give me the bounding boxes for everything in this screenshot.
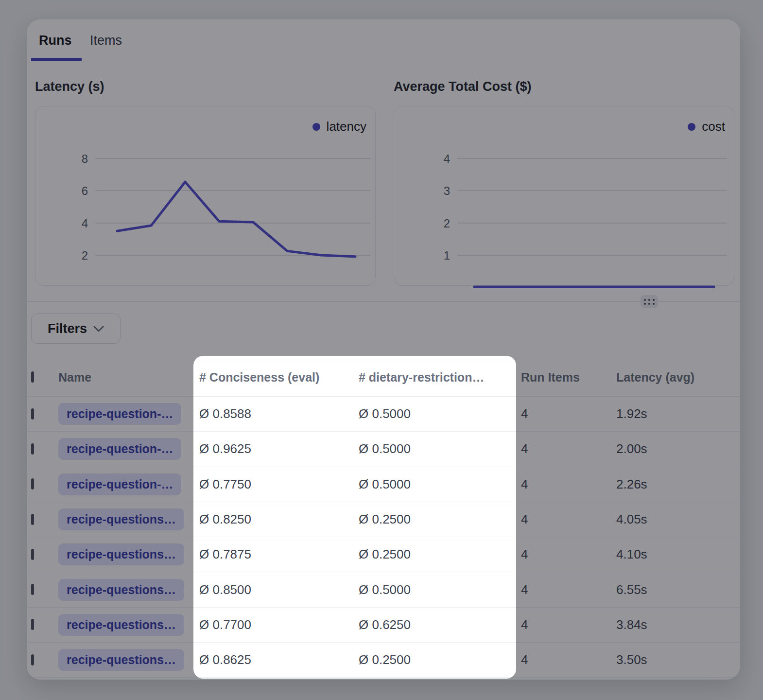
latency-legend-dot-icon bbox=[312, 123, 320, 131]
column-header-name: Name bbox=[58, 370, 199, 385]
cost-legend-label: cost bbox=[702, 119, 725, 134]
run-items-cell: 4 bbox=[521, 582, 616, 597]
row-checkbox[interactable] bbox=[31, 408, 34, 420]
row-checkbox[interactable] bbox=[31, 478, 34, 490]
run-name-badge[interactable]: recipe-questions… bbox=[58, 614, 184, 636]
y-tick-label: 4 bbox=[444, 152, 450, 165]
run-items-cell: 4 bbox=[521, 547, 616, 562]
latency-cell: 4.05s bbox=[616, 512, 740, 527]
y-tick-label: 2 bbox=[444, 217, 450, 230]
latency-chart-block: Latency (s) 2468 latency bbox=[35, 77, 377, 96]
dietary-cell: Ø 0.5000 bbox=[359, 406, 521, 421]
dietary-cell: Ø 0.2500 bbox=[359, 652, 521, 667]
dietary-cell: Ø 0.5000 bbox=[359, 582, 521, 597]
latency-legend-label: latency bbox=[327, 119, 366, 134]
y-tick-label: 8 bbox=[82, 152, 88, 165]
column-header-run-items: Run Items bbox=[521, 370, 616, 385]
dietary-cell: Ø 0.5000 bbox=[359, 441, 521, 456]
cost-chart-block: Average Total Cost ($) 1234 cost bbox=[394, 77, 735, 96]
cost-legend-dot-icon bbox=[688, 123, 695, 131]
table-row: recipe-question-… Ø 0.9625 Ø 0.5000 4 2.… bbox=[27, 432, 740, 467]
y-tick-label: 3 bbox=[444, 184, 450, 197]
latency-chart-card: 2468 latency bbox=[35, 106, 376, 286]
row-checkbox[interactable] bbox=[31, 654, 34, 665]
run-name-badge[interactable]: recipe-question-… bbox=[58, 473, 181, 495]
table-row: recipe-question-… Ø 0.8588 Ø 0.5000 4 1.… bbox=[27, 397, 740, 432]
table-row: recipe-questions… Ø 0.7875 Ø 0.2500 4 4.… bbox=[27, 537, 740, 572]
run-items-cell: 4 bbox=[521, 477, 616, 492]
row-checkbox[interactable] bbox=[31, 443, 34, 455]
conciseness-cell: Ø 0.8588 bbox=[199, 406, 359, 421]
cost-legend: cost bbox=[688, 119, 725, 134]
table-row: recipe-questions… Ø 0.8625 Ø 0.2500 4 3.… bbox=[27, 643, 740, 678]
latency-cell: 1.92s bbox=[616, 406, 740, 421]
y-tick-label: 6 bbox=[82, 184, 88, 197]
run-items-cell: 4 bbox=[521, 406, 616, 421]
latency-cell: 2.00s bbox=[616, 441, 740, 456]
row-checkbox[interactable] bbox=[31, 584, 34, 595]
cost-chart-card: 1234 cost bbox=[394, 106, 734, 286]
conciseness-cell: Ø 0.8500 bbox=[199, 582, 359, 597]
conciseness-cell: Ø 0.8625 bbox=[199, 652, 359, 667]
conciseness-cell: Ø 0.9625 bbox=[199, 441, 359, 456]
table-header-row: Name # Conciseness (eval) # dietary-rest… bbox=[27, 358, 740, 397]
run-name-badge[interactable]: recipe-questions… bbox=[58, 543, 184, 565]
conciseness-cell: Ø 0.7875 bbox=[199, 547, 359, 562]
latency-legend: latency bbox=[312, 119, 366, 134]
chevron-down-icon bbox=[93, 326, 104, 332]
run-items-cell: 4 bbox=[521, 512, 616, 527]
dietary-cell: Ø 0.6250 bbox=[359, 617, 521, 632]
page: { "tabs": { "runs": "Runs", "items": "It… bbox=[0, 0, 763, 700]
column-header-latency: Latency (avg) bbox=[616, 370, 740, 385]
run-name-badge[interactable]: recipe-question-… bbox=[58, 438, 181, 460]
tabs-bar: Runs Items bbox=[27, 19, 740, 62]
grip-dots-icon bbox=[644, 299, 655, 305]
table-row: recipe-questions… Ø 0.7700 Ø 0.6250 4 3.… bbox=[27, 608, 740, 643]
cost-chart-title: Average Total Cost ($) bbox=[394, 77, 735, 96]
y-tick-label: 1 bbox=[444, 249, 450, 262]
table-row: recipe-questions… Ø 0.8500 Ø 0.5000 4 6.… bbox=[27, 572, 740, 607]
column-header-conciseness: # Conciseness (eval) bbox=[199, 370, 359, 385]
run-name-badge[interactable]: recipe-questions… bbox=[58, 508, 184, 530]
select-all-checkbox[interactable] bbox=[31, 371, 34, 383]
dietary-cell: Ø 0.2500 bbox=[359, 547, 521, 562]
latency-cell: 3.50s bbox=[616, 652, 740, 667]
run-name-badge[interactable]: recipe-question-… bbox=[58, 403, 181, 425]
conciseness-cell: Ø 0.7700 bbox=[199, 617, 359, 632]
column-header-dietary: # dietary-restriction… bbox=[359, 370, 521, 385]
run-name-badge[interactable]: recipe-questions… bbox=[58, 579, 184, 601]
table-row: recipe-questions… Ø 0.8250 Ø 0.2500 4 4.… bbox=[27, 502, 740, 537]
tab-runs[interactable]: Runs bbox=[39, 19, 72, 61]
run-name-badge[interactable]: recipe-questions… bbox=[58, 649, 184, 671]
row-checkbox[interactable] bbox=[31, 549, 34, 560]
latency-cell: 2.26s bbox=[616, 477, 740, 492]
filters-button[interactable]: Filters bbox=[31, 314, 121, 344]
active-tab-indicator bbox=[31, 58, 82, 61]
latency-cell: 6.55s bbox=[616, 582, 740, 597]
section-divider bbox=[27, 301, 740, 302]
y-tick-label: 4 bbox=[82, 217, 88, 230]
dietary-cell: Ø 0.5000 bbox=[359, 477, 521, 492]
dataset-runs-window: Runs Items Latency (s) 2468 latency Aver… bbox=[27, 19, 740, 680]
filters-button-label: Filters bbox=[48, 321, 87, 336]
latency-cell: 3.84s bbox=[616, 617, 740, 632]
tab-items[interactable]: Items bbox=[90, 19, 122, 61]
row-checkbox[interactable] bbox=[31, 514, 34, 525]
run-items-cell: 4 bbox=[521, 441, 616, 456]
run-items-cell: 4 bbox=[521, 617, 616, 632]
runs-table: Name # Conciseness (eval) # dietary-rest… bbox=[27, 358, 740, 680]
y-tick-label: 2 bbox=[82, 249, 88, 262]
conciseness-cell: Ø 0.8250 bbox=[199, 512, 359, 527]
dietary-cell: Ø 0.2500 bbox=[359, 512, 521, 527]
latency-cell: 4.10s bbox=[616, 547, 740, 562]
table-body: recipe-question-… Ø 0.8588 Ø 0.5000 4 1.… bbox=[27, 397, 740, 678]
row-checkbox[interactable] bbox=[31, 619, 34, 630]
resize-grip-handle[interactable] bbox=[641, 295, 658, 308]
cost-line-chart: 1234 bbox=[394, 106, 735, 286]
latency-series-line bbox=[117, 182, 355, 257]
run-items-cell: 4 bbox=[521, 652, 616, 667]
latency-chart-title: Latency (s) bbox=[35, 77, 377, 96]
conciseness-cell: Ø 0.7750 bbox=[199, 477, 359, 492]
table-row: recipe-question-… Ø 0.7750 Ø 0.5000 4 2.… bbox=[27, 467, 740, 502]
